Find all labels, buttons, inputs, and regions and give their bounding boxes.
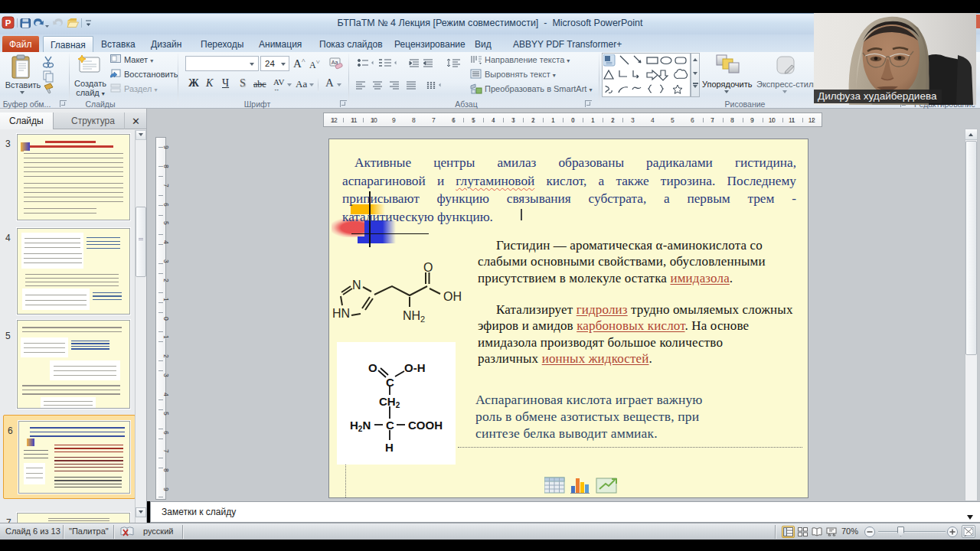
svg-text:H2N: H2N [350, 419, 371, 433]
svg-text:CH2: CH2 [379, 395, 400, 409]
svg-text:O-H: O-H [404, 361, 426, 374]
svg-text:O: O [423, 261, 433, 274]
svg-text:P: P [5, 18, 11, 28]
svg-text:O: O [368, 361, 377, 374]
svg-text:Aa: Aa [332, 60, 338, 65]
svg-text:COOH: COOH [408, 419, 443, 432]
svg-text:N: N [352, 279, 361, 292]
svg-text:OH: OH [443, 290, 462, 303]
svg-text:NH2: NH2 [403, 309, 425, 324]
svg-text:HN: HN [332, 307, 350, 320]
svg-text:C: C [386, 419, 394, 432]
svg-text:C: C [386, 376, 394, 389]
svg-text:H: H [385, 441, 394, 454]
